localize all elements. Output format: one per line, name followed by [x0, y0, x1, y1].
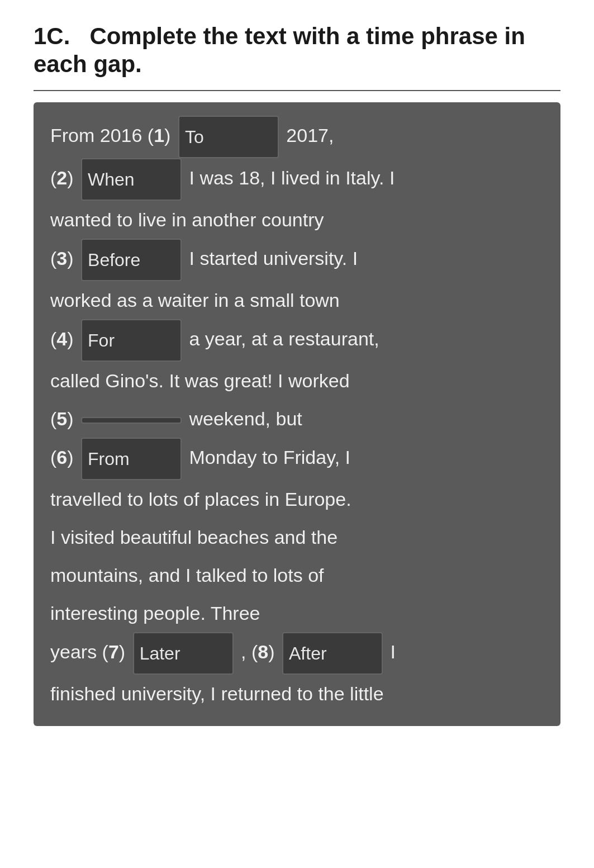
gap1-label: 1 [154, 125, 164, 146]
text-prefix-6: (6) [50, 447, 79, 468]
text-content: From 2016 (1) To 2017, (2) When I was 18… [50, 116, 544, 713]
gap2-label: 2 [56, 167, 67, 188]
divider [34, 90, 560, 91]
gap5-label: 5 [56, 408, 67, 429]
text-mid-6c: I visited beautiful beaches and the [50, 527, 338, 548]
text-prefix-2: (2) [50, 167, 79, 188]
gap4-input[interactable]: For [81, 319, 182, 362]
gap8-label: 8 [258, 641, 268, 662]
text-mid-6e: interesting people. Three [50, 603, 260, 624]
text-mid-4: a year, at a restaurant, [189, 328, 379, 349]
gap7-input[interactable]: Later [133, 632, 234, 675]
gap1-input[interactable]: To [178, 116, 279, 158]
text-mid-6: Monday to Friday, I [189, 447, 350, 468]
text-mid-8: I [390, 641, 395, 662]
gap3-input[interactable]: Before [81, 239, 182, 281]
text-mid-1: 2017, [286, 125, 334, 146]
question-number: 1C. [34, 23, 70, 49]
text-mid-2b: wanted to live in another country [50, 209, 324, 230]
question-title: 1C. Complete the text with a time phrase… [34, 22, 560, 79]
gap5-input[interactable] [81, 417, 182, 424]
gap4-label: 4 [56, 328, 67, 349]
text-mid-2: I was 18, I lived in Italy. I [189, 167, 395, 188]
gap8-input[interactable]: After [282, 632, 383, 675]
question-text: Complete the text with a time phrase in … [34, 23, 525, 77]
text-mid-6d: mountains, and I talked to lots of [50, 565, 324, 586]
gap7-label: 7 [108, 641, 119, 662]
text-mid-3: I started university. I [189, 248, 358, 269]
text-prefix-5: (5) [50, 408, 79, 429]
gap3-label: 3 [56, 248, 67, 269]
text-prefix-4: (4) [50, 328, 79, 349]
text-prefix-1: From 2016 (1) [50, 125, 176, 146]
text-mid-8b: finished university, I returned to the l… [50, 683, 384, 704]
text-mid-5: weekend, but [189, 408, 302, 429]
text-prefix-3: (3) [50, 248, 79, 269]
text-mid-6b: travelled to lots of places in Europe. [50, 488, 351, 510]
gap2-input[interactable]: When [81, 158, 182, 201]
text-mid-4b: called Gino's. It was great! I worked [50, 370, 350, 391]
text-box: From 2016 (1) To 2017, (2) When I was 18… [34, 102, 560, 726]
text-comma-7: , (8) [241, 641, 280, 662]
gap6-input[interactable]: From [81, 438, 182, 480]
text-years: years (7) [50, 641, 131, 662]
text-mid-3b: worked as a waiter in a small town [50, 290, 340, 311]
page-container: 1C. Complete the text with a time phrase… [0, 0, 594, 748]
gap6-label: 6 [56, 447, 67, 468]
